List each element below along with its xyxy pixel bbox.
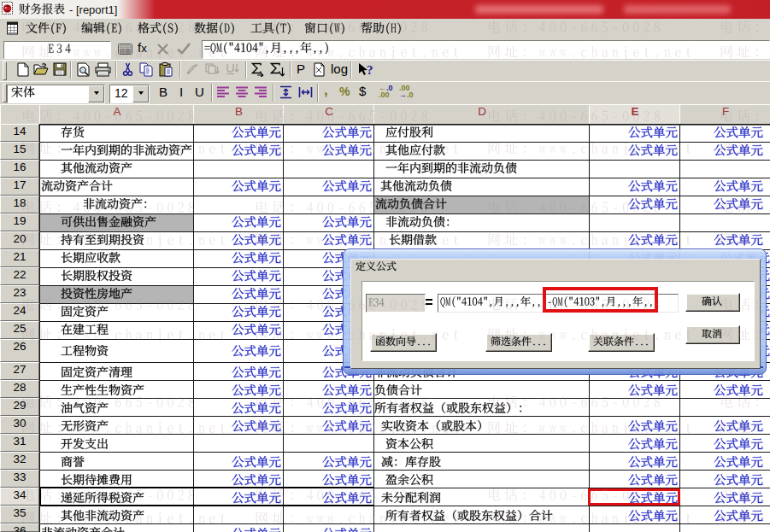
svg-text:?: ? [367, 63, 373, 77]
